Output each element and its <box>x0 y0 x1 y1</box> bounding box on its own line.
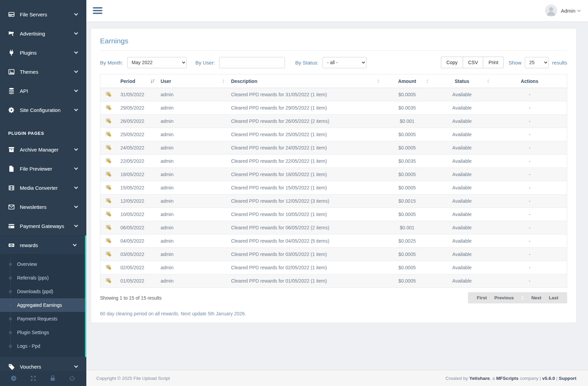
clearing-note: 60 day clearing period on all rewards. N… <box>100 311 567 316</box>
sidebar-subitem-aggregated-earnings[interactable]: Aggregated Earnings <box>0 298 85 312</box>
sidebar-item-plugins[interactable]: Plugins <box>0 43 86 62</box>
actions-cell: - <box>492 274 567 288</box>
sidebar-item-media-converter[interactable]: Media Converter <box>0 178 86 197</box>
column-header-amount[interactable]: Amount <box>383 74 432 88</box>
csv-button[interactable]: CSV <box>463 57 484 68</box>
column-header-status[interactable]: Status <box>432 74 492 88</box>
sidebar-item-site-configuration[interactable]: Site Configuration <box>0 100 86 119</box>
sidebar-item-archive-manager[interactable]: Archive Manager <box>0 140 86 159</box>
sidebar-item-api[interactable]: API <box>0 81 86 100</box>
amount-cell: $0.0015 <box>383 195 432 208</box>
row-icon-cell <box>100 274 117 288</box>
sidebar-subitem-downloads-ppd[interactable]: Downloads (ppd) <box>0 285 85 298</box>
sidebar-section-label: PLUGIN PAGES <box>0 119 86 140</box>
sidebar-subitem-overview[interactable]: Overview <box>0 257 85 271</box>
page-last-button[interactable]: Last <box>549 295 558 300</box>
sidebar-item-advertising[interactable]: Advertising <box>0 24 86 43</box>
chevron-down-icon <box>73 242 76 246</box>
amount-cell: $0.0005 <box>383 248 432 261</box>
row-icon-cell <box>100 234 117 248</box>
sidebar-subitem-payment-requests[interactable]: Payment Requests <box>0 312 85 326</box>
money-icon <box>106 91 111 97</box>
column-header-description[interactable]: Description <box>228 74 383 88</box>
expand-icon[interactable] <box>30 375 37 382</box>
actions-cell: - <box>492 195 567 208</box>
status-cell: Available <box>432 195 492 208</box>
export-button-group: CopyCSVPrint <box>441 57 504 68</box>
page-first-button[interactable]: First <box>477 295 487 300</box>
footer-text: | <box>539 376 542 381</box>
admin-dropdown[interactable]: Admin <box>545 4 580 17</box>
chevron-down-icon <box>74 223 78 227</box>
by-user-input[interactable] <box>219 57 285 68</box>
sidebar-item-themes[interactable]: Themes <box>0 62 86 81</box>
row-icon-cell <box>100 168 117 181</box>
sidebar-item-file-previewer[interactable]: File Previewer <box>0 159 86 178</box>
sidebar-subitem-referrals-pps[interactable]: Referrals (pps) <box>0 271 85 285</box>
money-icon <box>106 171 111 177</box>
copyright-text: Copyright © 2025 File Upload Script <box>96 376 170 381</box>
table-header-row: PeriodUserDescriptionAmountStatusActions <box>100 74 567 88</box>
row-icon-cell <box>100 208 117 221</box>
period-cell: 24/05/2022 <box>117 141 157 155</box>
copy-button[interactable]: Copy <box>441 57 463 68</box>
sidebar-subitem-label: Overview <box>17 261 37 267</box>
description-cell: Cleared PPD rewards for 01/05/2022 (1 it… <box>228 274 383 288</box>
sidebar-submenu: OverviewReferrals (pps)Downloads (ppd)Ag… <box>0 255 85 357</box>
sidebar-subitem-plugin-settings[interactable]: Plugin Settings <box>0 326 85 339</box>
table-row: 25/05/2022adminCleared PPD rewards for 2… <box>100 128 567 141</box>
description-cell: Cleared PPD rewards for 02/05/2022 (1 it… <box>228 261 383 274</box>
money-icon <box>106 145 111 150</box>
sort-icon <box>376 79 381 83</box>
row-icon-cell <box>100 128 117 141</box>
results-label: results <box>552 60 567 66</box>
period-cell: 18/05/2022 <box>117 168 157 181</box>
sidebar-item-payment-gateways[interactable]: Payment Gateways <box>0 216 86 235</box>
hamburger-menu-icon[interactable] <box>93 6 102 15</box>
support-link[interactable]: Support <box>559 376 576 381</box>
page-next-button[interactable]: Next <box>531 295 541 300</box>
column-header-period[interactable]: Period <box>117 74 157 88</box>
sidebar-item-label: API <box>20 88 28 94</box>
sidebar-item-label: Archive Manager <box>20 147 58 153</box>
results-summary: Showing 1 to 15 of 15 results <box>100 295 162 301</box>
lock-icon[interactable] <box>49 375 57 382</box>
bullet-icon <box>9 263 12 266</box>
sidebar-item-file-servers[interactable]: File Servers <box>0 5 86 24</box>
money-icon <box>106 225 111 230</box>
footer-text: company <box>518 376 539 381</box>
sidebar-item-rewards[interactable]: rewards <box>0 235 85 255</box>
sidebar-subitem-label: Downloads (ppd) <box>17 289 53 294</box>
mfscripts-link[interactable]: MFScripts <box>496 376 518 381</box>
sidebar-item-newsletters[interactable]: Newsletters <box>0 197 86 216</box>
actions-cell: - <box>492 234 567 248</box>
show-select[interactable]: 25 <box>525 57 549 68</box>
sidebar: File ServersAdvertisingPluginsThemesAPIS… <box>0 0 86 386</box>
status-cell: Available <box>432 181 492 195</box>
column-header-user[interactable]: User <box>157 74 228 88</box>
gear-icon[interactable] <box>10 375 18 382</box>
amount-cell: $0.0005 <box>383 88 432 101</box>
by-status-select[interactable]: - all - <box>322 57 367 68</box>
status-cell: Available <box>432 234 492 248</box>
sidebar-item-label: Themes <box>20 69 38 75</box>
row-icon-cell <box>100 155 117 168</box>
by-month-select[interactable]: May 2022 <box>127 57 187 68</box>
sidebar-subitem-label: Referrals (pps) <box>17 275 49 281</box>
print-button[interactable]: Print <box>483 57 504 68</box>
sidebar-subitem-label: Aggregated Earnings <box>17 302 62 308</box>
chevron-down-icon <box>74 31 78 34</box>
power-icon[interactable] <box>69 375 76 382</box>
sort-desc-icon <box>150 79 155 83</box>
credit-card-icon <box>8 222 15 230</box>
user-cell: admin <box>157 195 228 208</box>
money-icon <box>106 105 111 110</box>
bullet-icon <box>9 276 12 280</box>
status-cell: Available <box>432 261 492 274</box>
status-cell: Available <box>432 155 492 168</box>
sidebar-item-label: File Servers <box>20 12 47 17</box>
user-cell: admin <box>157 128 228 141</box>
page-previous-button[interactable]: Previous <box>494 295 514 300</box>
yetishare-link[interactable]: Yetishare <box>469 376 490 381</box>
sidebar-subitem-logs-ppd[interactable]: Logs - Ppd <box>0 339 85 353</box>
